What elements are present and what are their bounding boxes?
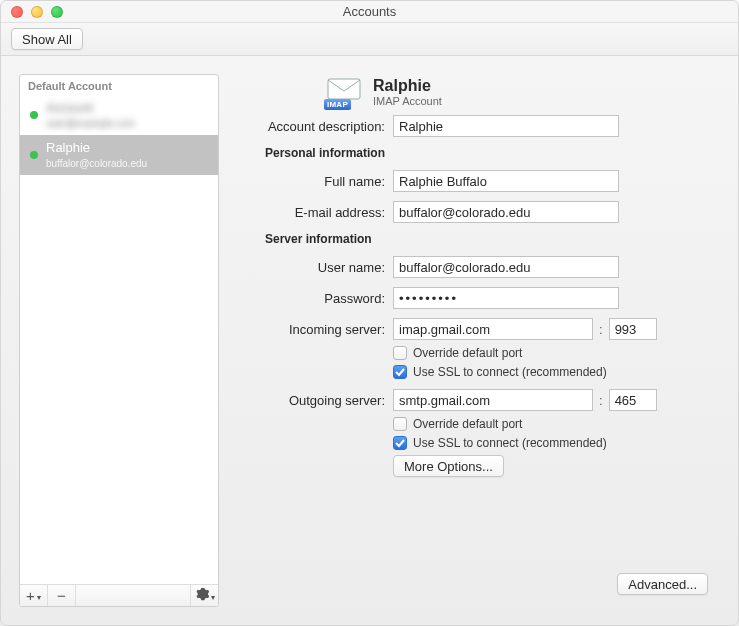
label-full-name: Full name:	[235, 174, 393, 189]
label-use-ssl: Use SSL to connect (recommended)	[413, 436, 607, 450]
account-sub: user@example.com	[46, 117, 135, 130]
label-email: E-mail address:	[235, 205, 393, 220]
minimize-icon[interactable]	[31, 6, 43, 18]
window-controls	[11, 6, 63, 18]
sidebar-header: Default Account	[20, 75, 218, 95]
account-detail: IMAP Ralphie IMAP Account Account descri…	[233, 74, 720, 607]
label-password: Password:	[235, 291, 393, 306]
account-form: Account description: Personal informatio…	[235, 115, 708, 477]
outgoing-server-input[interactable]	[393, 389, 593, 411]
account-header: IMAP Ralphie IMAP Account	[235, 76, 708, 115]
account-description-input[interactable]	[393, 115, 619, 137]
account-list: Default Account Account user@example.com…	[19, 74, 219, 607]
outgoing-override-port-checkbox[interactable]	[393, 417, 407, 431]
status-dot-icon	[30, 151, 38, 159]
port-separator: :	[599, 393, 603, 408]
label-use-ssl: Use SSL to connect (recommended)	[413, 365, 607, 379]
full-name-input[interactable]	[393, 170, 619, 192]
status-dot-icon	[30, 111, 38, 119]
label-account-description: Account description:	[235, 119, 393, 134]
minus-icon: −	[57, 587, 66, 604]
remove-account-button[interactable]: −	[48, 585, 76, 606]
incoming-port-input[interactable]	[609, 318, 657, 340]
more-options-button[interactable]: More Options...	[393, 455, 504, 477]
add-account-button[interactable]: +▾	[20, 585, 48, 606]
toolbar: Show All	[1, 23, 738, 56]
account-name: Account	[46, 100, 135, 117]
mail-icon: IMAP	[327, 78, 361, 106]
section-personal-info: Personal information	[265, 146, 708, 160]
imap-badge: IMAP	[324, 99, 351, 110]
password-input[interactable]	[393, 287, 619, 309]
sidebar-footer: +▾ − ▾	[20, 584, 218, 606]
section-server-info: Server information	[265, 232, 708, 246]
user-name-input[interactable]	[393, 256, 619, 278]
incoming-override-port-checkbox[interactable]	[393, 346, 407, 360]
chevron-down-icon: ▾	[211, 593, 215, 602]
outgoing-port-input[interactable]	[609, 389, 657, 411]
outgoing-ssl-checkbox[interactable]	[393, 436, 407, 450]
account-item[interactable]: Ralphie buffalor@colorado.edu	[20, 135, 218, 175]
account-title: Ralphie	[373, 77, 442, 95]
port-separator: :	[599, 322, 603, 337]
email-input[interactable]	[393, 201, 619, 223]
account-item[interactable]: Account user@example.com	[20, 95, 218, 135]
account-sub: buffalor@colorado.edu	[46, 157, 147, 170]
zoom-icon[interactable]	[51, 6, 63, 18]
advanced-button[interactable]: Advanced...	[617, 573, 708, 595]
account-type: IMAP Account	[373, 95, 442, 107]
gear-icon	[195, 587, 209, 604]
body: Default Account Account user@example.com…	[1, 56, 738, 625]
svg-rect-0	[328, 79, 360, 99]
label-user-name: User name:	[235, 260, 393, 275]
incoming-server-input[interactable]	[393, 318, 593, 340]
settings-button[interactable]: ▾	[190, 585, 218, 606]
label-override-port: Override default port	[413, 346, 522, 360]
label-outgoing: Outgoing server:	[235, 393, 393, 408]
label-incoming: Incoming server:	[235, 322, 393, 337]
accounts-window: Accounts Show All Default Account Accoun…	[0, 0, 739, 626]
close-icon[interactable]	[11, 6, 23, 18]
plus-icon: +	[26, 587, 35, 604]
window-title: Accounts	[1, 4, 738, 19]
show-all-button[interactable]: Show All	[11, 28, 83, 50]
chevron-down-icon: ▾	[37, 593, 41, 602]
incoming-ssl-checkbox[interactable]	[393, 365, 407, 379]
account-name: Ralphie	[46, 140, 147, 157]
label-override-port: Override default port	[413, 417, 522, 431]
titlebar: Accounts	[1, 1, 738, 23]
